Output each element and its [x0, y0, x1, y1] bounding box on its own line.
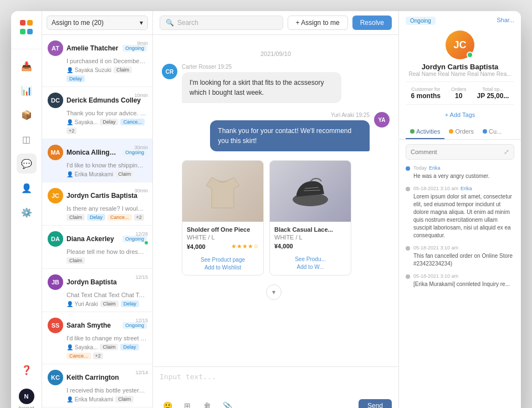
expand-button[interactable]: ▾ — [266, 284, 282, 300]
add-wishlist-link[interactable]: Add to W... — [274, 264, 346, 270]
conversation-item[interactable]: JC Jordyn Cartis Baptista Is there any r… — [42, 182, 152, 226]
conversation-item[interactable]: DA Diana Ackerley Ongoing Please tell me… — [42, 226, 152, 269]
product-image — [270, 161, 351, 222]
send-button[interactable]: Send — [359, 399, 392, 408]
conv-tag[interactable]: Cance... — [66, 353, 91, 359]
activity-text: [Erika Murakami] connleted Inquiry re... — [413, 280, 510, 288]
emoji-button[interactable]: 🙂 — [160, 398, 175, 408]
customer-profile: JC Jordyn Cartis Baptista Real Name Real… — [399, 25, 521, 125]
products-row: Sholder off One Piece WHITE / L ¥4,000 ★… — [182, 160, 390, 276]
activity-entry: 05-18-2021 3:10 am Erika Lorem ipsum dol… — [406, 186, 514, 239]
message-bubble: Thank you for your contact! We'll recomm… — [210, 120, 370, 151]
nav-icon-settings[interactable]: ⚙️ — [17, 202, 37, 222]
conversation-panel: Assign to me (20) ▾ AT Amelie Thatcher O… — [42, 11, 153, 408]
nav-icon-people[interactable]: 👤 — [17, 178, 37, 198]
app-logo[interactable] — [20, 20, 33, 35]
app-window: 📥 📊 📦 ◫ 💬 👤 ⚙️ ❓ N Account Assign to me … — [11, 11, 521, 408]
tab-customer[interactable]: Cu... — [478, 125, 506, 139]
product-price: ¥4,000 — [187, 243, 206, 250]
stat-value: 10 — [451, 92, 467, 100]
conv-tag[interactable]: Claim — [66, 214, 85, 221]
conv-tag[interactable]: Claim — [100, 344, 118, 350]
conv-item-header: KC Keith Carrington — [48, 370, 147, 385]
conv-assignee: 👤 Sayaka... — [66, 119, 98, 125]
add-wishlist-link[interactable]: Add to Wishlist — [187, 264, 259, 271]
conv-time: 10min — [134, 93, 148, 98]
chat-input[interactable] — [160, 373, 392, 392]
conv-meta: 👤 Sayaka Suzuki ClaimDelay — [66, 67, 147, 82]
stat-orders: Orders 10 — [451, 86, 467, 100]
attachment-button[interactable]: 🗑 — [200, 398, 215, 408]
conversation-list: AT Amelie Thatcher Ongoing I purchased i… — [42, 35, 152, 408]
conv-tag[interactable]: Delay — [120, 344, 139, 350]
search-bar[interactable]: 🔍 Search — [160, 16, 283, 30]
nav-icon-chat[interactable]: 💬 — [17, 154, 37, 174]
conversation-item[interactable]: JB Jordyn Baptista Chat Text Chat Text C… — [42, 269, 152, 312]
assign-dropdown[interactable]: Assign to me (20) ▾ — [47, 16, 148, 30]
message-sender: Carter Rosser 19:25 — [182, 64, 341, 70]
message-row: YA Yuri Araki 19:25 Thank you for your c… — [162, 112, 390, 151]
nav-icon-box[interactable]: 📦 — [17, 105, 37, 125]
right-panel-tabs: Activities Orders Cu... — [399, 125, 521, 140]
icon-sidebar: 📥 📊 📦 ◫ 💬 👤 ⚙️ ❓ N Account — [11, 11, 42, 408]
conv-tag[interactable]: Claim — [114, 67, 132, 73]
conv-tag[interactable]: Claim — [100, 300, 119, 307]
conv-tag[interactable]: Delay — [121, 300, 139, 307]
chevron-down-icon: ▾ — [140, 19, 143, 27]
format-button[interactable]: ⊞ — [180, 398, 195, 408]
nav-icon-layers[interactable]: ◫ — [17, 129, 37, 149]
clip-button[interactable]: 📎 — [219, 398, 235, 408]
see-product-link[interactable]: See Product page — [187, 257, 259, 263]
conv-item-header: JB Jordyn Baptista — [48, 274, 147, 290]
tab-activities[interactable]: Activities — [406, 125, 444, 139]
product-info: Black Casual Lace... WHITE / L ¥4,000 — [270, 222, 351, 254]
conv-tag[interactable]: Cance... — [120, 119, 145, 125]
conv-avatar: SS — [48, 318, 63, 333]
tab-dot-orders — [449, 129, 453, 134]
conversation-item[interactable]: MA Monica Allingham Ongoing I'd like to … — [42, 139, 152, 182]
conv-tag[interactable]: Delay — [100, 119, 118, 125]
message-avatar: CR — [162, 64, 177, 79]
conv-tag[interactable]: Delay — [87, 214, 105, 221]
conv-name: Monica Allingham — [66, 149, 119, 156]
conv-time: 30min — [134, 188, 148, 193]
nav-icon-help[interactable]: ❓ — [17, 360, 37, 380]
stat-value: JP 25,00... — [477, 92, 509, 100]
comment-input[interactable] — [411, 149, 500, 155]
product-card: Black Casual Lace... WHITE / L ¥4,000 Se… — [269, 160, 351, 276]
nav-icon-inbox[interactable]: 📥 — [17, 56, 37, 76]
stat-label: Orders — [451, 86, 467, 92]
product-image — [182, 161, 263, 222]
conv-tag[interactable]: Cance... — [108, 214, 132, 221]
expand-icon[interactable]: ⤢ — [504, 148, 509, 156]
conv-tag[interactable]: Claim — [66, 257, 85, 264]
resolve-button[interactable]: Resolve — [352, 16, 392, 30]
conv-avatar: JC — [48, 188, 63, 203]
conv-meta: 👤 Erika Murakami Claim — [66, 171, 147, 177]
product-variant: WHITE / L — [187, 234, 259, 241]
share-link[interactable]: Shar... — [497, 17, 514, 23]
conv-avatar: MA — [48, 145, 63, 160]
conv-item-header: DA Diana Ackerley Ongoing — [48, 231, 147, 247]
conversation-item[interactable]: KC Keith Carrington I received this bott… — [42, 364, 152, 407]
see-product-link[interactable]: See Produ... — [274, 256, 346, 262]
account-avatar[interactable]: N — [19, 389, 34, 404]
message-bubble: I'm looking for a skirt that fits to the… — [182, 72, 341, 103]
conversation-item[interactable]: DC Derick Edmunds Colley Thank you for y… — [42, 87, 152, 139]
activities-section: ⤢ Today Erika He was a very angry custom… — [399, 140, 521, 408]
conversation-item[interactable]: SS Sarah Smythe Ongoing I'd like to chan… — [42, 312, 152, 364]
nav-icon-chart[interactable]: 📊 — [17, 80, 37, 100]
activity-body: Today Erika He was a very angry customer… — [413, 165, 489, 180]
assign-to-me-button[interactable]: + Assign to me — [288, 16, 348, 30]
conv-tag[interactable]: Delay — [66, 75, 85, 82]
add-tags-button[interactable]: + Add Tags — [445, 109, 475, 120]
conv-tag[interactable]: Claim — [115, 396, 134, 402]
conv-avatar: JB — [48, 274, 63, 290]
conv-tag[interactable]: Claim — [115, 171, 134, 177]
tab-orders[interactable]: Orders — [444, 125, 478, 139]
activity-text: This fan cancelled order on Online Store… — [413, 252, 514, 268]
conv-assignee: 👤 Sayaka Suzuki — [66, 67, 111, 73]
conversation-item[interactable]: AT Amelie Thatcher Ongoing I purchased i… — [42, 35, 152, 87]
activity-text: Lorem ipsum dolor sit amet, consectetur … — [413, 193, 514, 239]
product-links: See Produ... Add to W... — [270, 254, 351, 274]
